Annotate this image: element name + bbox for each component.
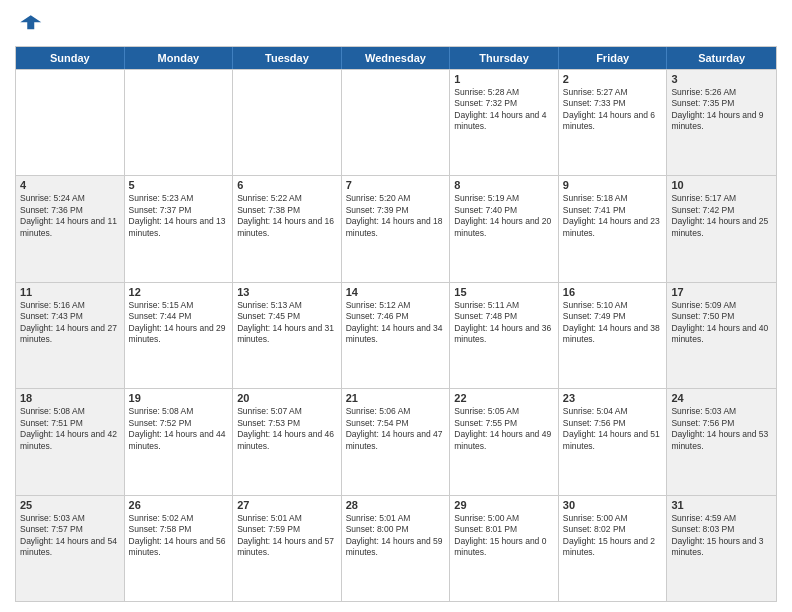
day-number: 1 (454, 73, 554, 85)
header (15, 10, 777, 38)
calendar-cell (125, 70, 234, 175)
cell-text: Sunrise: 5:28 AMSunset: 7:32 PMDaylight:… (454, 87, 554, 133)
page: SundayMondayTuesdayWednesdayThursdayFrid… (0, 0, 792, 612)
cell-text: Sunrise: 5:03 AMSunset: 7:56 PMDaylight:… (671, 406, 772, 452)
calendar-cell: 29Sunrise: 5:00 AMSunset: 8:01 PMDayligh… (450, 496, 559, 601)
calendar-cell: 12Sunrise: 5:15 AMSunset: 7:44 PMDayligh… (125, 283, 234, 388)
day-number: 29 (454, 499, 554, 511)
calendar-cell: 25Sunrise: 5:03 AMSunset: 7:57 PMDayligh… (16, 496, 125, 601)
calendar-header-row: SundayMondayTuesdayWednesdayThursdayFrid… (16, 47, 776, 69)
cell-text: Sunrise: 5:00 AMSunset: 8:01 PMDaylight:… (454, 513, 554, 559)
calendar-cell: 15Sunrise: 5:11 AMSunset: 7:48 PMDayligh… (450, 283, 559, 388)
day-number: 26 (129, 499, 229, 511)
calendar-cell: 30Sunrise: 5:00 AMSunset: 8:02 PMDayligh… (559, 496, 668, 601)
cell-text: Sunrise: 5:18 AMSunset: 7:41 PMDaylight:… (563, 193, 663, 239)
cell-text: Sunrise: 5:26 AMSunset: 7:35 PMDaylight:… (671, 87, 772, 133)
cell-text: Sunrise: 5:05 AMSunset: 7:55 PMDaylight:… (454, 406, 554, 452)
cell-text: Sunrise: 5:11 AMSunset: 7:48 PMDaylight:… (454, 300, 554, 346)
cell-text: Sunrise: 5:09 AMSunset: 7:50 PMDaylight:… (671, 300, 772, 346)
cell-text: Sunrise: 5:03 AMSunset: 7:57 PMDaylight:… (20, 513, 120, 559)
cell-text: Sunrise: 5:17 AMSunset: 7:42 PMDaylight:… (671, 193, 772, 239)
day-number: 10 (671, 179, 772, 191)
cell-text: Sunrise: 5:10 AMSunset: 7:49 PMDaylight:… (563, 300, 663, 346)
calendar-week: 18Sunrise: 5:08 AMSunset: 7:51 PMDayligh… (16, 388, 776, 494)
calendar-cell: 6Sunrise: 5:22 AMSunset: 7:38 PMDaylight… (233, 176, 342, 281)
calendar-cell: 31Sunrise: 4:59 AMSunset: 8:03 PMDayligh… (667, 496, 776, 601)
day-number: 23 (563, 392, 663, 404)
day-number: 11 (20, 286, 120, 298)
calendar-week: 11Sunrise: 5:16 AMSunset: 7:43 PMDayligh… (16, 282, 776, 388)
day-number: 13 (237, 286, 337, 298)
weekday-header: Saturday (667, 47, 776, 69)
day-number: 25 (20, 499, 120, 511)
calendar-cell: 19Sunrise: 5:08 AMSunset: 7:52 PMDayligh… (125, 389, 234, 494)
day-number: 15 (454, 286, 554, 298)
calendar-cell (16, 70, 125, 175)
cell-text: Sunrise: 5:22 AMSunset: 7:38 PMDaylight:… (237, 193, 337, 239)
day-number: 18 (20, 392, 120, 404)
cell-text: Sunrise: 5:27 AMSunset: 7:33 PMDaylight:… (563, 87, 663, 133)
day-number: 6 (237, 179, 337, 191)
calendar-cell: 13Sunrise: 5:13 AMSunset: 7:45 PMDayligh… (233, 283, 342, 388)
logo (15, 10, 47, 38)
day-number: 17 (671, 286, 772, 298)
calendar-cell: 3Sunrise: 5:26 AMSunset: 7:35 PMDaylight… (667, 70, 776, 175)
cell-text: Sunrise: 4:59 AMSunset: 8:03 PMDaylight:… (671, 513, 772, 559)
calendar-cell: 22Sunrise: 5:05 AMSunset: 7:55 PMDayligh… (450, 389, 559, 494)
day-number: 31 (671, 499, 772, 511)
cell-text: Sunrise: 5:06 AMSunset: 7:54 PMDaylight:… (346, 406, 446, 452)
day-number: 12 (129, 286, 229, 298)
weekday-header: Friday (559, 47, 668, 69)
calendar-cell: 9Sunrise: 5:18 AMSunset: 7:41 PMDaylight… (559, 176, 668, 281)
calendar-cell: 24Sunrise: 5:03 AMSunset: 7:56 PMDayligh… (667, 389, 776, 494)
day-number: 9 (563, 179, 663, 191)
day-number: 28 (346, 499, 446, 511)
calendar-cell: 7Sunrise: 5:20 AMSunset: 7:39 PMDaylight… (342, 176, 451, 281)
cell-text: Sunrise: 5:19 AMSunset: 7:40 PMDaylight:… (454, 193, 554, 239)
calendar-cell: 16Sunrise: 5:10 AMSunset: 7:49 PMDayligh… (559, 283, 668, 388)
day-number: 20 (237, 392, 337, 404)
day-number: 16 (563, 286, 663, 298)
calendar-cell: 14Sunrise: 5:12 AMSunset: 7:46 PMDayligh… (342, 283, 451, 388)
cell-text: Sunrise: 5:13 AMSunset: 7:45 PMDaylight:… (237, 300, 337, 346)
calendar-cell: 17Sunrise: 5:09 AMSunset: 7:50 PMDayligh… (667, 283, 776, 388)
calendar-cell: 8Sunrise: 5:19 AMSunset: 7:40 PMDaylight… (450, 176, 559, 281)
calendar-cell: 20Sunrise: 5:07 AMSunset: 7:53 PMDayligh… (233, 389, 342, 494)
cell-text: Sunrise: 5:24 AMSunset: 7:36 PMDaylight:… (20, 193, 120, 239)
day-number: 21 (346, 392, 446, 404)
cell-text: Sunrise: 5:08 AMSunset: 7:52 PMDaylight:… (129, 406, 229, 452)
calendar-cell: 10Sunrise: 5:17 AMSunset: 7:42 PMDayligh… (667, 176, 776, 281)
day-number: 27 (237, 499, 337, 511)
calendar-cell: 21Sunrise: 5:06 AMSunset: 7:54 PMDayligh… (342, 389, 451, 494)
day-number: 7 (346, 179, 446, 191)
calendar-cell: 5Sunrise: 5:23 AMSunset: 7:37 PMDaylight… (125, 176, 234, 281)
weekday-header: Wednesday (342, 47, 451, 69)
cell-text: Sunrise: 5:08 AMSunset: 7:51 PMDaylight:… (20, 406, 120, 452)
day-number: 24 (671, 392, 772, 404)
calendar-week: 1Sunrise: 5:28 AMSunset: 7:32 PMDaylight… (16, 69, 776, 175)
cell-text: Sunrise: 5:01 AMSunset: 7:59 PMDaylight:… (237, 513, 337, 559)
day-number: 19 (129, 392, 229, 404)
calendar-cell: 26Sunrise: 5:02 AMSunset: 7:58 PMDayligh… (125, 496, 234, 601)
calendar-cell: 4Sunrise: 5:24 AMSunset: 7:36 PMDaylight… (16, 176, 125, 281)
calendar-week: 25Sunrise: 5:03 AMSunset: 7:57 PMDayligh… (16, 495, 776, 601)
logo-icon (15, 10, 43, 38)
day-number: 5 (129, 179, 229, 191)
calendar-week: 4Sunrise: 5:24 AMSunset: 7:36 PMDaylight… (16, 175, 776, 281)
cell-text: Sunrise: 5:20 AMSunset: 7:39 PMDaylight:… (346, 193, 446, 239)
weekday-header: Monday (125, 47, 234, 69)
calendar: SundayMondayTuesdayWednesdayThursdayFrid… (15, 46, 777, 602)
calendar-cell (233, 70, 342, 175)
calendar-body: 1Sunrise: 5:28 AMSunset: 7:32 PMDaylight… (16, 69, 776, 601)
weekday-header: Thursday (450, 47, 559, 69)
day-number: 8 (454, 179, 554, 191)
calendar-cell (342, 70, 451, 175)
calendar-cell: 27Sunrise: 5:01 AMSunset: 7:59 PMDayligh… (233, 496, 342, 601)
cell-text: Sunrise: 5:07 AMSunset: 7:53 PMDaylight:… (237, 406, 337, 452)
cell-text: Sunrise: 5:00 AMSunset: 8:02 PMDaylight:… (563, 513, 663, 559)
day-number: 14 (346, 286, 446, 298)
weekday-header: Tuesday (233, 47, 342, 69)
cell-text: Sunrise: 5:04 AMSunset: 7:56 PMDaylight:… (563, 406, 663, 452)
day-number: 22 (454, 392, 554, 404)
cell-text: Sunrise: 5:23 AMSunset: 7:37 PMDaylight:… (129, 193, 229, 239)
